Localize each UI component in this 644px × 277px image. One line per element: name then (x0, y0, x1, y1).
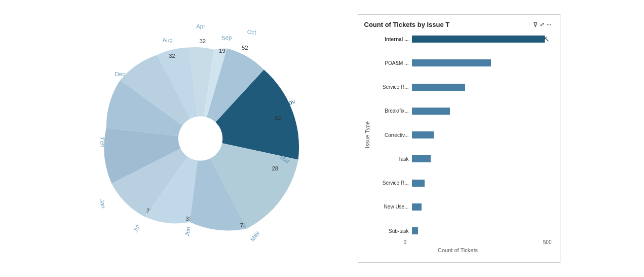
bar-track (412, 180, 552, 187)
label-dec: Dec (115, 71, 125, 77)
radial-chart: Nov 82 Oct 52 Sep 19 Apr 32 Aug 32 Dec 4… (84, 17, 327, 260)
label-oct: Oct (247, 28, 257, 36)
bar-fill (412, 227, 419, 234)
x-tick-500: 500 (543, 239, 552, 245)
bar-row: Break/fix... (372, 106, 552, 117)
bar-chart-body: Internal ...↖POA&M ...Service R...Break/… (372, 33, 552, 236)
bar-label: Service R... (372, 84, 409, 90)
bar-track (412, 59, 552, 66)
bar-label: Break/fix... (372, 108, 409, 114)
value-mar: 28 (272, 165, 278, 171)
radial-svg: Nov 82 Oct 52 Sep 19 Apr 32 Aug 32 Dec 4… (84, 17, 327, 260)
bar-chart-icons: ⊽ ⤢ ··· (533, 21, 551, 28)
value-apr: 32 (199, 38, 206, 44)
bar-fill: ↖ (412, 36, 545, 43)
bar-track (412, 84, 552, 91)
bar-label: POA&M ... (372, 60, 409, 66)
cursor-indicator: ↖ (544, 35, 550, 43)
bar-track (412, 155, 552, 162)
x-axis-title: Count of Tickets (364, 247, 552, 253)
bar-chart-container: Count of Tickets by Issue T ⊽ ⤢ ··· Issu… (358, 14, 560, 263)
bar-track (412, 203, 552, 211)
bar-label: Task (372, 156, 409, 162)
center-circle (178, 116, 222, 161)
value-oct: 52 (241, 45, 248, 51)
label-jan: Jan (99, 198, 106, 209)
bar-fill (412, 131, 434, 138)
bar-chart-title: Count of Tickets by Issue T ⊽ ⤢ ··· (364, 21, 552, 28)
bar-row: New Use... (372, 201, 552, 213)
label-jun: Jun (183, 226, 191, 236)
bar-track (412, 131, 552, 138)
bar-fill (412, 59, 491, 66)
bar-label: Internal ... (372, 37, 409, 42)
more-icon[interactable]: ··· (546, 21, 551, 28)
label-apr: Apr (196, 23, 205, 29)
bar-label: Sub-task (372, 228, 409, 234)
bar-track (412, 108, 552, 115)
label-jul: Jul (132, 224, 140, 233)
main-container: Nov 82 Oct 52 Sep 19 Apr 32 Aug 32 Dec 4… (0, 0, 644, 277)
bar-row: Correctiv... (372, 129, 552, 141)
value-nov: 82 (274, 115, 281, 121)
bar-fill (412, 203, 422, 211)
bar-row: Sub-task (372, 225, 552, 236)
filter-icon[interactable]: ⊽ (533, 21, 538, 28)
bar-fill (412, 84, 466, 91)
bar-row: Internal ...↖ (372, 33, 552, 45)
bar-row: Task (372, 153, 552, 164)
bar-fill (412, 108, 450, 115)
bar-label: Correctiv... (372, 132, 409, 138)
label-aug: Aug (162, 37, 172, 43)
bar-fill (412, 180, 425, 187)
value-aug: 32 (168, 53, 175, 59)
label-may: May (249, 230, 260, 243)
bar-label: New Use... (372, 204, 409, 210)
bar-chart-inner: Issue Type Internal ...↖POA&M ...Service… (364, 33, 552, 236)
bar-row: POA&M ... (372, 57, 552, 68)
bar-track (412, 227, 552, 234)
expand-icon[interactable]: ⤢ (540, 21, 544, 28)
bar-chart-title-text: Count of Tickets by Issue T (364, 21, 450, 28)
bar-track: ↖ (412, 36, 552, 43)
bar-label: Service R... (372, 180, 409, 186)
x-axis-area: 0 500 Count of Tickets (364, 239, 552, 253)
x-axis-ticks: 0 500 (364, 239, 552, 245)
bar-fill (412, 155, 431, 162)
bar-row: Service R... (372, 82, 552, 93)
label-sep: Sep (221, 34, 232, 41)
y-axis-label: Issue Type (364, 33, 370, 236)
x-tick-0: 0 (404, 239, 407, 245)
value-sep: 19 (219, 48, 225, 54)
bar-row: Service R... (372, 178, 552, 189)
